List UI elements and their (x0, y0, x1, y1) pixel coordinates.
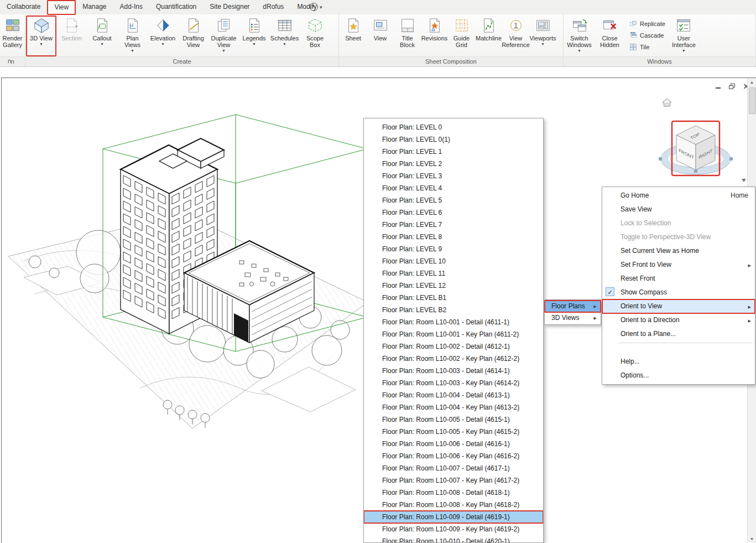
ribbon-button[interactable]: User Interface (669, 15, 699, 56)
context-menu-item[interactable]: Save View (602, 203, 755, 216)
ribbon-button[interactable]: View Reference (502, 15, 529, 56)
context-menu-item[interactable]: Help... (602, 355, 755, 369)
floor-plan-menu-item[interactable]: Floor Plan: LEVEL 8 (364, 231, 543, 243)
floor-plan-menu-item[interactable]: Floor Plan: Room L10-005 - Detail (4615-… (364, 413, 543, 426)
ribbon-button[interactable]: Schedules (269, 15, 300, 56)
ribbon-tab[interactable]: Add-Ins (113, 0, 149, 14)
minimize-button[interactable] (715, 83, 722, 90)
ribbon-button[interactable]: View (367, 15, 394, 56)
viewcube-cube[interactable]: TOP FRONT RIGHT (676, 126, 715, 170)
floor-plan-menu-item[interactable]: Floor Plan: Room L10-007 - Key Plan (461… (364, 474, 543, 487)
ribbon-display-toggle[interactable]: ▾ (310, 3, 322, 11)
floor-plan-menu-item[interactable]: Floor Plan: Room L10-006 - Key Plan (461… (364, 450, 543, 462)
floor-plan-menu-item[interactable]: Floor Plan: LEVEL 0(1) (364, 133, 543, 146)
context-menu-item[interactable]: Lock to Selection (602, 216, 755, 230)
ribbon-button[interactable]: Section (56, 15, 87, 56)
viewcube-home-icon[interactable] (663, 99, 671, 106)
floor-plan-menu-item[interactable]: Floor Plan: Room L10-009 - Detail (4619-… (364, 511, 543, 523)
ribbon-button[interactable]: Close Hidden (595, 15, 625, 56)
ribbon-button[interactable]: Sheet (340, 15, 367, 56)
floor-plan-menu-item[interactable]: Floor Plan: LEVEL B1 (364, 292, 543, 304)
ribbon-tab[interactable]: dRofus (256, 0, 290, 14)
context-menu-item[interactable]: Reset Front (602, 272, 755, 286)
floor-plan-menu-item[interactable]: Floor Plan: LEVEL 4 (364, 182, 543, 194)
floor-plan-menu-item[interactable]: Floor Plan: LEVEL 7 (364, 219, 543, 231)
floor-plan-menu-item[interactable]: Floor Plan: LEVEL 6 (364, 206, 543, 219)
ribbon-button[interactable]: Guide Grid (448, 15, 475, 56)
floor-plan-menu-item[interactable]: Floor Plan: LEVEL 0 (364, 121, 543, 133)
floor-plan-menu-item[interactable]: Floor Plan: LEVEL B2 (364, 304, 543, 316)
floor-plan-menu-item[interactable]: Floor Plan: Room L10-003 - Detail (4614-… (364, 365, 543, 377)
context-menu-item[interactable]: Set Current View as Home (602, 244, 755, 258)
floor-plan-menu-item[interactable]: Floor Plan: Room L10-005 - Key Plan (461… (364, 426, 543, 438)
ribbon-small-button[interactable]: Replicate (629, 19, 665, 28)
context-menu-item[interactable]: Go Home Home (602, 189, 755, 203)
context-menu-item[interactable]: Orient to a Plane... (602, 327, 755, 341)
duplicate-view-icon (216, 17, 232, 34)
viewcube-context-arrow[interactable] (742, 179, 746, 182)
floor-plan-menu-item[interactable]: Floor Plan: Room L10-001 - Key Plan (461… (364, 328, 543, 340)
floor-plan-menu-item[interactable]: Floor Plan: LEVEL 2 (364, 158, 543, 170)
floor-plan-menu-item[interactable]: Floor Plan: Room L10-006 - Detail (4616-… (364, 438, 543, 450)
context-menu-item[interactable]: Show Compass (602, 286, 755, 299)
context-menu-item (602, 341, 755, 355)
ribbon-button[interactable]: Callout (87, 15, 117, 56)
ribbon-group-partial: Render Gallery n (0, 14, 25, 66)
context-menu-item[interactable]: Toggle to Perspective-3D View (602, 230, 755, 244)
floor-plan-menu-item[interactable]: Floor Plan: Room L10-008 - Key Plan (461… (364, 499, 543, 511)
ribbon-button[interactable]: Scope Box (300, 15, 330, 56)
floor-plan-menu-item[interactable]: Floor Plan: Room L10-003 - Key Plan (461… (364, 377, 543, 389)
ribbon-small-button[interactable]: Tile (629, 42, 665, 51)
context-menu-item[interactable]: Options... (602, 369, 755, 382)
floor-plan-menu-item[interactable]: Floor Plan: Room L10-001 - Detail (4611-… (364, 316, 543, 328)
restore-button[interactable] (728, 83, 736, 90)
context-menu-item[interactable]: Set Front to View (602, 258, 755, 272)
floor-plan-menu-item[interactable]: Floor Plan: Room L10-004 - Detail (4613-… (364, 389, 543, 401)
ribbon-button[interactable]: Drafting View (178, 15, 208, 56)
floor-plan-menu-item[interactable]: Floor Plan: LEVEL 1 (364, 146, 543, 158)
scrollbar-thumb[interactable] (749, 87, 756, 114)
submenu-item[interactable]: 3D Views (545, 312, 601, 324)
ribbon-button[interactable]: Switch Windows (564, 15, 595, 56)
orient-to-view-submenu: Floor Plans 3D Views (544, 299, 601, 325)
scroll-down-button[interactable]: ▼ (748, 535, 756, 543)
floor-plan-menu-item[interactable]: Floor Plan: Room L10-002 - Key Plan (461… (364, 353, 543, 365)
ribbon-button[interactable]: Title Block (394, 15, 421, 56)
floor-plan-menu-item[interactable]: Floor Plan: Room L10-008 - Detail (4618-… (364, 487, 543, 499)
ribbon-button[interactable]: Render Gallery (1, 15, 24, 56)
ribbon-button[interactable]: Legends (239, 15, 269, 56)
floor-plan-menu-item[interactable]: Floor Plan: Room L10-010 - Detail (4620-… (364, 535, 543, 543)
ribbon-small-button[interactable]: Cascade (629, 30, 665, 40)
view-icon (372, 17, 389, 34)
floor-plan-menu-item[interactable]: Floor Plan: Room L10-004 - Key Plan (461… (364, 401, 543, 413)
submenu-item[interactable]: Floor Plans (545, 301, 601, 312)
floor-plan-menu-item[interactable]: Floor Plan: Room L10-007 - Detail (4617-… (364, 462, 543, 474)
scroll-up-button[interactable]: ▲ (748, 78, 756, 86)
ribbon-button[interactable]: Viewports (529, 15, 556, 56)
floor-plan-menu-item[interactable]: Floor Plan: LEVEL 11 (364, 267, 543, 280)
floor-plan-menu-item[interactable]: Floor Plan: LEVEL 5 (364, 194, 543, 206)
floor-plan-menu-item[interactable]: Floor Plan: LEVEL 3 (364, 170, 543, 182)
ribbon-button[interactable]: 3D View (26, 15, 56, 56)
viewcube[interactable]: TOP FRONT RIGHT (640, 91, 756, 188)
floor-plan-menu-item[interactable]: Floor Plan: LEVEL 9 (364, 243, 543, 255)
ribbon-button[interactable]: Matchline (475, 15, 502, 56)
section-icon (64, 17, 80, 34)
ribbon-tab[interactable]: Site Designer (203, 0, 256, 14)
ribbon-tab[interactable]: Manage (76, 0, 113, 14)
context-menu-item[interactable]: Orient to View (602, 299, 755, 313)
floor-plan-menu-item[interactable]: Floor Plan: Room L10-009 - Key Plan (461… (364, 523, 543, 535)
floor-plan-menu-item[interactable]: Floor Plan: LEVEL 12 (364, 280, 543, 292)
ribbon-tab[interactable]: Collaborate (0, 0, 47, 14)
partial-group-label: n (8, 58, 11, 64)
ribbon-button[interactable]: Elevation (148, 15, 178, 56)
ribbon-button[interactable]: Duplicate View (208, 15, 239, 56)
ribbon-button[interactable]: Revisions (421, 15, 448, 56)
context-menu-item[interactable]: Orient to a Direction (602, 313, 755, 327)
floor-plan-menu-item[interactable]: Floor Plan: LEVEL 10 (364, 255, 543, 267)
ribbon-tab[interactable]: View (47, 0, 76, 14)
viewports-icon (535, 17, 551, 34)
ribbon-tab[interactable]: Quantification (149, 0, 203, 14)
floor-plan-menu-item[interactable]: Floor Plan: Room L10-002 - Detail (4612-… (364, 340, 543, 353)
ribbon-button[interactable]: Plan Views (117, 15, 148, 56)
